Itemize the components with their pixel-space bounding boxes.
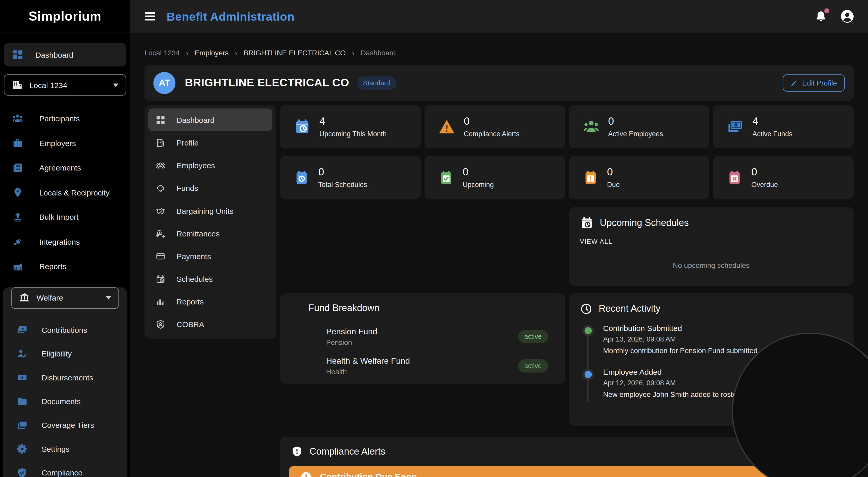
view-all-link[interactable]: VIEW ALL (580, 238, 612, 245)
stat-card-total-schedules: 0Total Schedules (280, 156, 421, 199)
sidebar-item-label: Dashboard (35, 51, 73, 59)
sidebar-item-compliance[interactable]: Compliance (3, 461, 127, 477)
sidebar-item-documents[interactable]: Documents (3, 389, 127, 413)
stat-card-upcoming: 0Upcoming (425, 156, 565, 199)
activity-item: Contribution Submitted Apr 13, 2026, 09:… (582, 324, 842, 355)
breadcrumb-item[interactable]: Employers (195, 49, 229, 57)
sidebar-item-bulk-import[interactable]: Bulk Import (0, 205, 130, 229)
plug-icon (12, 236, 23, 247)
calendar-exclaim-icon (583, 169, 598, 186)
tab-funds[interactable]: Funds (148, 177, 272, 199)
pencil-icon (790, 79, 798, 86)
recent-activity-card: Recent Activity Contribution Submitted A… (569, 293, 854, 426)
building-icon (11, 79, 23, 90)
sidebar-item-label: Disbursements (41, 373, 93, 382)
breadcrumb-item[interactable]: BRIGHTLINE ELECTRICAL CO (244, 49, 346, 57)
cash-stack-icon (17, 324, 28, 335)
sidebar-item-employers[interactable]: Employers (0, 131, 130, 156)
clock-icon (580, 303, 592, 315)
stat-label: Total Schedules (318, 181, 367, 189)
gear-icon (17, 444, 28, 454)
sidebar-item-label: Settings (41, 445, 69, 453)
activity-timestamp: Apr 12, 2026, 09:08 AM (603, 379, 843, 387)
compliance-alert-banner: Contribution Due Soon VIEW DETAILS (289, 466, 845, 477)
chevron-down-icon (113, 83, 118, 87)
tab-payments[interactable]: Payments (148, 245, 272, 267)
breadcrumb-item[interactable]: Local 1234 (145, 49, 180, 57)
tab-label: COBRA (177, 320, 204, 328)
view-details-link[interactable]: VIEW DETAILS (780, 473, 834, 477)
fund-name: Health & Welfare Fund (326, 356, 410, 365)
folder-icon (17, 396, 28, 407)
card-title: Compliance Alerts (309, 446, 385, 457)
welfare-panel: Welfare Contributions Eligibility Disbur… (3, 287, 127, 477)
stat-card-active-funds: 4Active Funds (713, 105, 854, 148)
fund-row: Health & Welfare Fund Health active (326, 356, 548, 376)
page-title: Benefit Administration (167, 10, 294, 23)
sidebar-item-reports[interactable]: Reports (0, 254, 130, 279)
sidebar-item-participants[interactable]: Participants (0, 106, 130, 131)
tab-reports[interactable]: Reports (148, 290, 272, 313)
account-button[interactable] (840, 9, 855, 24)
sidebar-item-coverage-tiers[interactable]: Coverage Tiers (3, 413, 127, 437)
tab-bargaining-units[interactable]: Bargaining Units (148, 199, 272, 222)
tab-dashboard[interactable]: Dashboard (148, 108, 272, 131)
sidebar-item-disbursements[interactable]: Disbursements (3, 366, 127, 389)
sidebar-item-dashboard[interactable]: Dashboard (4, 43, 126, 66)
employer-name: BRIGHTLINE ELECTRICAL CO (185, 76, 349, 89)
activity-title: Employee Added (603, 368, 843, 376)
piggy-bank-icon (156, 183, 166, 193)
sidebar-item-label: Eligibility (41, 349, 72, 358)
fund-row: Pension Fund Pension active (326, 326, 548, 346)
plan-badge: Standard (357, 76, 396, 90)
stat-label: Overdue (751, 181, 778, 189)
tab-remittances[interactable]: Remittances (148, 222, 272, 245)
bar-chart-icon (156, 296, 166, 307)
chevron-down-icon (106, 296, 111, 299)
building-icon (156, 137, 166, 148)
briefcase-icon (12, 138, 23, 149)
report-building-icon (12, 261, 23, 272)
sidebar-item-locals-reciprocity[interactable]: Locals & Reciprocity (0, 180, 130, 205)
activity-timeline: Contribution Submitted Apr 13, 2026, 09:… (582, 324, 842, 399)
stat-value: 0 (318, 166, 367, 178)
notifications-button[interactable] (814, 10, 828, 23)
credit-card-icon (156, 251, 166, 261)
app-window: Simplorium Dashboard Local 1234 Particip… (0, 0, 868, 477)
sidebar-item-agreements[interactable]: Agreements (0, 156, 130, 180)
sidebar-item-settings[interactable]: Settings (3, 437, 127, 461)
sidebar-item-contributions[interactable]: Contributions (3, 318, 127, 342)
fund-type: Health (326, 368, 410, 376)
main-content: Local 1234 › Employers › BRIGHTLINE ELEC… (130, 33, 868, 477)
shield-exclaim-icon (291, 445, 303, 458)
sidebar-item-label: Agreements (39, 164, 81, 172)
tab-schedules[interactable]: Schedules (148, 267, 272, 290)
handshake-icon (156, 205, 166, 216)
tab-cobra[interactable]: COBRA (148, 313, 272, 335)
tab-profile[interactable]: Profile (148, 131, 272, 154)
stat-card-compliance-alerts: 0Compliance Alerts (425, 105, 565, 148)
employer-header: AT BRIGHTLINE ELECTRICAL CO Standard Edi… (145, 65, 854, 101)
menu-icon[interactable] (145, 12, 155, 20)
fund-selector[interactable]: Welfare (11, 287, 119, 309)
stat-label: Upcoming (463, 181, 494, 189)
tab-employees[interactable]: Employees (148, 154, 272, 177)
stat-value: 0 (751, 166, 778, 178)
sidebar-item-label: Documents (41, 397, 81, 406)
stat-value: 0 (464, 116, 520, 126)
account-icon (840, 9, 855, 24)
warning-triangle-icon (438, 119, 455, 135)
local-selector[interactable]: Local 1234 (4, 74, 126, 96)
shield-check-icon (17, 467, 28, 477)
sidebar-item-integrations[interactable]: Integrations (0, 229, 130, 254)
sidebar-item-label: Integrations (39, 237, 80, 246)
edit-profile-button[interactable]: Edit Profile (783, 74, 844, 91)
welfare-nav: Contributions Eligibility Disbursements … (3, 318, 127, 477)
status-badge: active (518, 330, 548, 343)
sidebar-item-eligibility[interactable]: Eligibility (3, 342, 127, 365)
upcoming-schedules-card: Upcoming Schedules VIEW ALL No upcoming … (569, 207, 854, 286)
layers-icon (17, 419, 28, 431)
employer-nav: Dashboard Profile Employees Funds Bargai… (145, 105, 276, 339)
app-logo: Simplorium (0, 0, 130, 33)
stat-label: Compliance Alerts (464, 130, 520, 138)
